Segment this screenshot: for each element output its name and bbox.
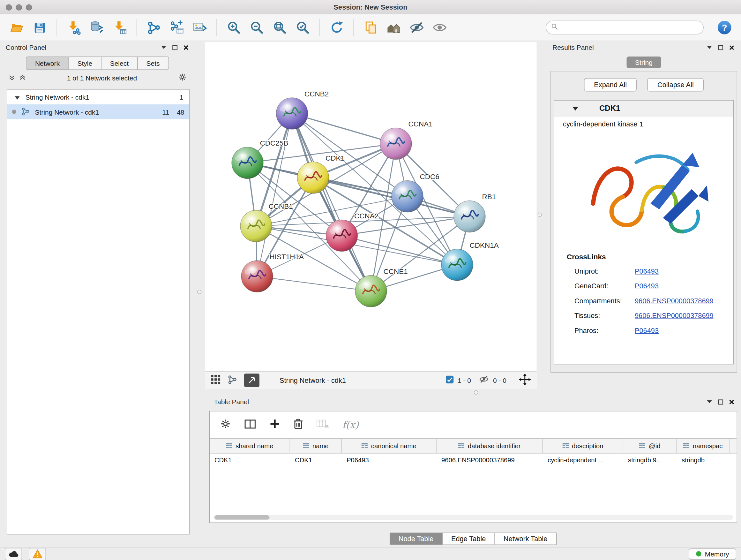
close-panel-icon[interactable] [729,399,735,405]
crosslink-link[interactable]: P06493 [635,282,659,290]
graph-node-cdc6[interactable] [392,181,423,212]
scrollbar-thumb[interactable] [214,515,270,520]
birdseye-view-icon[interactable] [244,374,259,387]
import-table-file-icon[interactable] [111,18,129,37]
network-graph[interactable]: CCNB2CCNA1CDC25BCDK1CDC6RB1CCNB1CCNA2CDK… [205,42,537,371]
disclosure-triangle-icon[interactable] [572,104,578,113]
graph-node-ccne1[interactable] [355,275,387,307]
warning-icon[interactable] [29,548,46,560]
graph-edge[interactable] [292,114,371,292]
show-columns-icon[interactable] [244,418,256,431]
share-view-icon[interactable] [227,374,238,386]
zoom-fit-icon[interactable] [271,18,289,37]
network-collection-row[interactable]: String Network - cdk1 1 [7,90,189,105]
import-network-database-icon[interactable] [88,18,106,37]
graph-node-ccnb2[interactable] [276,98,308,129]
search-input[interactable] [546,21,704,35]
network-view[interactable]: CCNB2CCNA1CDC25BCDK1CDC6RB1CCNB1CCNA2CDK… [205,42,537,389]
table-cell[interactable]: 9606.ENSP00000378699 [436,456,543,464]
hidden-eye-slash-icon[interactable] [479,374,489,386]
zoom-selected-icon[interactable] [293,18,312,37]
disclosure-triangle-icon[interactable] [15,93,20,101]
column-header-shared-name[interactable]: shared name [210,439,290,453]
maximize-panel-icon[interactable] [172,45,178,50]
graph-edge[interactable] [292,114,396,144]
graph-node-ccna1[interactable] [380,128,412,160]
column-header-canonical-name[interactable]: canonical name [342,439,436,453]
splitter-handle[interactable] [538,212,542,217]
graph-edge[interactable] [257,114,292,276]
graph-edge[interactable] [342,236,457,265]
memory-button[interactable]: Memory [689,548,736,560]
tab-node-table[interactable]: Node Table [389,533,443,545]
graph-node-hist1h1a[interactable] [241,260,273,292]
graph-node-ccnb1[interactable] [240,210,272,242]
zoom-out-icon[interactable] [248,18,266,37]
eye-slash-icon[interactable] [408,18,426,37]
tab-style[interactable]: Style [68,57,102,70]
tab-edge-table[interactable]: Edge Table [442,533,495,545]
maximize-window-icon[interactable] [26,4,32,10]
crosslink-link[interactable]: P06493 [635,326,659,334]
zoom-in-icon[interactable] [225,18,243,37]
graph-edge[interactable] [313,178,470,217]
expand-all-icon[interactable] [19,74,26,82]
column-header-database-identifier[interactable]: database identifier [436,439,543,453]
table-cell[interactable]: stringdb [677,456,730,464]
network-row[interactable]: String Network - cdk1 11 48 [7,105,189,119]
search-field[interactable] [561,23,698,32]
splitter-handle[interactable] [474,390,478,395]
graph-node-ccna2[interactable] [326,220,358,252]
graph-node-cdc25b[interactable] [232,147,263,179]
grid-view-icon[interactable] [211,374,221,386]
refresh-icon[interactable] [327,18,346,37]
table-row[interactable]: CDK1CDK1P064939606.ENSP00000378699cyclin… [210,454,737,467]
table-cell[interactable]: cyclin-dependent ... [543,456,623,464]
graph-node-cdkn1a[interactable] [441,249,473,281]
column-header-namespac[interactable]: namespac [677,439,730,453]
delete-column-trash-icon[interactable] [293,418,303,432]
collapse-all-button[interactable]: Collapse All [648,78,704,91]
minimize-window-icon[interactable] [16,4,22,10]
tab-string[interactable]: String [626,57,661,68]
float-panel-icon[interactable] [706,46,712,50]
add-column-icon[interactable] [270,419,280,431]
float-panel-icon[interactable] [706,400,712,404]
maximize-panel-icon[interactable] [718,45,724,50]
column-header-name[interactable]: name [290,439,342,453]
table-cell[interactable]: CDK1 [290,456,342,464]
tab-network[interactable]: Network [26,57,69,70]
horizontal-scrollbar[interactable] [213,515,733,520]
export-network-icon[interactable] [167,18,186,37]
column-header--id[interactable]: @id [623,439,677,453]
float-panel-icon[interactable] [161,46,166,50]
selected-nodes-checkbox-icon[interactable] [446,375,454,385]
move-crosshair-icon[interactable] [519,373,531,387]
table-cell[interactable]: CDK1 [210,456,290,464]
graph-edge[interactable] [257,276,371,292]
function-builder-icon[interactable]: f(x) [342,419,359,431]
crosslink-link[interactable]: 9606.ENSP00000378699 [635,297,714,304]
crosslink-link[interactable]: 9606.ENSP00000378699 [635,312,714,319]
tab-network-table[interactable]: Network Table [494,533,556,545]
tab-sets[interactable]: Sets [137,57,169,70]
window-controls[interactable] [6,0,32,14]
graph-node-cdk1[interactable] [297,162,329,193]
close-panel-icon[interactable] [184,45,189,50]
column-header-description[interactable]: description [543,439,623,453]
table-cell[interactable]: stringdb:9... [623,456,677,464]
eye-icon[interactable] [430,18,449,37]
node-section-header[interactable]: CDK1 [554,101,733,117]
table-cell[interactable]: P06493 [342,456,436,464]
table-settings-gear-icon[interactable] [220,419,231,431]
close-panel-icon[interactable] [729,45,735,50]
copy-document-icon[interactable] [361,18,380,37]
help-icon[interactable]: ? [715,18,733,37]
crosslink-link[interactable]: P06493 [635,267,659,274]
collapse-all-icon[interactable] [9,74,15,82]
import-network-file-icon[interactable] [65,18,83,37]
house-icon[interactable] [385,18,403,37]
gear-icon[interactable] [178,73,187,83]
new-network-icon[interactable] [145,18,163,37]
cloud-icon[interactable] [5,548,22,560]
